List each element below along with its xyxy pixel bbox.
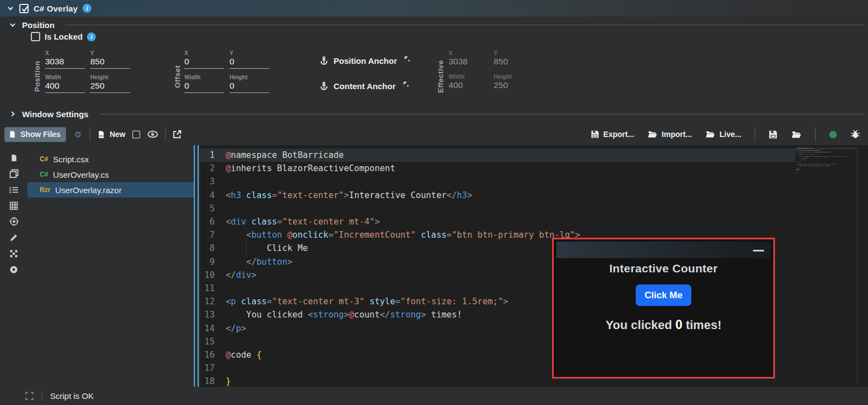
folder-open-icon [705,130,716,139]
anchor-icon [319,56,329,65]
preview-checkbox[interactable] [132,130,140,139]
open-external-icon[interactable] [172,129,182,139]
overlay-title: C# Overlay [34,4,78,13]
export-button[interactable]: Export... [591,130,634,139]
position-group-label: Position [33,53,41,100]
is-locked-row: Is Locked i [31,32,96,41]
position-y-field[interactable]: Y 850 [90,50,130,69]
target-icon[interactable] [9,217,19,226]
file-list: C#Script.csxC#UserOverlay.csRzrUserOverl… [28,151,194,198]
file-type-badge: Rzr [40,186,50,194]
effective-width-field: Width 400 [449,73,488,92]
anchor-direction-icon [403,81,409,87]
file-name: UserOverlay.razor [55,185,122,195]
overlay-preview-window[interactable]: Interactive Counter Click Me You clicked… [552,238,775,379]
gear-icon[interactable] [73,129,83,140]
folder-open-icon[interactable] [791,130,802,139]
preview-titlebar[interactable] [556,242,771,258]
new-file-button[interactable]: <> New [97,130,125,139]
file-type-badge: C# [40,171,48,178]
anchor-icon [319,81,329,91]
checklist-icon[interactable] [9,185,19,194]
file-item[interactable]: RzrUserOverlay.razor [28,182,194,198]
show-files-button[interactable]: Show Files [4,127,66,142]
position-fields: X 3038 Y 850 Width 400 Height 250 [45,50,130,93]
code-line[interactable]: 5 [200,202,868,215]
divider [815,127,816,141]
chevron-down-icon[interactable] [9,21,17,29]
grid-icon[interactable] [9,201,19,210]
eyedropper-icon[interactable] [9,233,19,242]
position-x-field[interactable]: X 3038 [45,50,85,69]
is-locked-checkbox[interactable] [31,32,40,41]
position-anchor-button[interactable]: Position Anchor [319,56,410,65]
main-content: C#Script.csxC#UserOverlay.csRzrUserOverl… [0,145,868,387]
editor-scrollbar[interactable] [857,147,858,385]
file-type-badge: C# [40,155,48,163]
anchor-direction-icon [404,56,410,62]
code-line[interactable]: 3 [200,175,868,188]
effective-height-field: Height 250 [494,73,533,92]
chevron-down-icon[interactable] [7,4,14,12]
tiles-icon[interactable] [9,249,19,258]
minimize-icon[interactable] [753,250,764,251]
offset-y-field[interactable]: Y 0 [230,50,269,69]
preview-message: You clicked 0 times! [605,318,721,332]
divider [165,127,166,141]
status-green-dot [829,130,837,139]
code-line[interactable]: 4<h3 class="text-center">Interactive Cou… [200,189,868,202]
file-item[interactable]: C#UserOverlay.cs [28,167,194,182]
info-icon[interactable]: i [83,4,91,13]
preview-title: Interactive Counter [609,262,718,275]
content-anchor-button[interactable]: Content Anchor [319,81,409,91]
new-file-icon: <> [97,130,106,139]
position-width-field[interactable]: Width 400 [45,74,85,93]
offset-group-label: Offset [173,53,182,100]
divider [65,25,865,25]
click-count: 0 [675,318,683,332]
window-settings-header[interactable]: Window Settings [0,108,868,120]
save-icon[interactable] [768,130,778,139]
effective-fields: X 3038 Y 850 Width 400 Height 250 [449,50,533,92]
record-icon[interactable] [9,265,19,274]
svg-text:<>: <> [100,133,104,137]
code-line[interactable]: 6<div class="text-center mt-4"> [200,215,868,228]
position-section-title: Position [22,20,54,30]
file-icon [8,130,17,139]
panel-splitter[interactable] [193,145,200,387]
code-line[interactable]: 1@namespace BotBarricade [200,149,868,162]
eye-icon[interactable] [147,130,159,139]
folder-open-icon [647,130,658,139]
code-line[interactable]: 18} [796,171,856,173]
divider [90,127,90,141]
offset-x-field[interactable]: X 0 [184,50,224,69]
position-height-field[interactable]: Height 250 [90,74,130,93]
overlay-header[interactable]: C# Overlay i [0,0,868,17]
divider [755,127,755,141]
effective-group-label: Effective [436,53,445,100]
file-name: Script.csx [53,155,89,164]
offset-height-field[interactable]: Height 0 [230,74,269,93]
status-bar: Script is OK [0,387,868,405]
fullscreen-icon[interactable] [25,391,34,401]
import-button[interactable]: Import... [647,130,692,139]
overlay-enabled-checkbox[interactable] [19,4,29,13]
divider [42,391,42,402]
offset-width-field[interactable]: Width 0 [184,74,224,93]
minimap[interactable]: 1@namespace BotBarricade2@inherits Blazo… [796,147,856,215]
chevron-right-icon[interactable] [9,110,17,118]
toolbar-right: Export... Import... Live... [591,127,860,141]
divider [100,114,865,114]
position-section-header[interactable]: Position [0,19,868,31]
file-icon[interactable] [9,153,19,162]
status-text: Script is OK [50,391,94,401]
file-item[interactable]: C#Script.csx [28,151,194,167]
info-icon[interactable]: i [87,32,96,41]
app-window: C# Overlay i Position Is Locked i Positi… [0,0,868,405]
live-button[interactable]: Live... [705,130,741,139]
code-line[interactable]: 2@inherits BlazorReactiveComponent [200,162,868,175]
copy-icon[interactable] [9,169,19,178]
bug-icon[interactable] [850,129,860,139]
effective-x-field: X 3038 [449,50,488,68]
click-me-button[interactable]: Click Me [636,284,691,306]
